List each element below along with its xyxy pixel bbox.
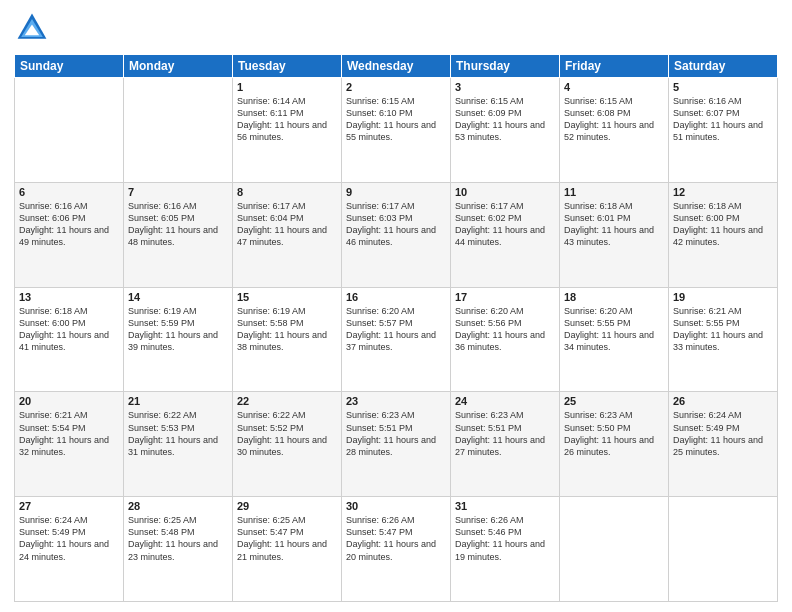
- day-number: 11: [564, 186, 664, 198]
- page: SundayMondayTuesdayWednesdayThursdayFrid…: [0, 0, 792, 612]
- day-info: Sunrise: 6:21 AM Sunset: 5:55 PM Dayligh…: [673, 305, 773, 354]
- day-number: 3: [455, 81, 555, 93]
- day-number: 9: [346, 186, 446, 198]
- calendar-week-0: 1Sunrise: 6:14 AM Sunset: 6:11 PM Daylig…: [15, 78, 778, 183]
- day-info: Sunrise: 6:19 AM Sunset: 5:58 PM Dayligh…: [237, 305, 337, 354]
- calendar-cell: [15, 78, 124, 183]
- calendar-cell: 4Sunrise: 6:15 AM Sunset: 6:08 PM Daylig…: [560, 78, 669, 183]
- day-number: 27: [19, 500, 119, 512]
- calendar-week-2: 13Sunrise: 6:18 AM Sunset: 6:00 PM Dayli…: [15, 287, 778, 392]
- day-info: Sunrise: 6:16 AM Sunset: 6:05 PM Dayligh…: [128, 200, 228, 249]
- day-info: Sunrise: 6:15 AM Sunset: 6:08 PM Dayligh…: [564, 95, 664, 144]
- day-info: Sunrise: 6:17 AM Sunset: 6:04 PM Dayligh…: [237, 200, 337, 249]
- day-number: 24: [455, 395, 555, 407]
- calendar-cell: 5Sunrise: 6:16 AM Sunset: 6:07 PM Daylig…: [669, 78, 778, 183]
- calendar-cell: 22Sunrise: 6:22 AM Sunset: 5:52 PM Dayli…: [233, 392, 342, 497]
- calendar-cell: [669, 497, 778, 602]
- calendar-cell: 1Sunrise: 6:14 AM Sunset: 6:11 PM Daylig…: [233, 78, 342, 183]
- calendar-cell: 10Sunrise: 6:17 AM Sunset: 6:02 PM Dayli…: [451, 182, 560, 287]
- day-info: Sunrise: 6:23 AM Sunset: 5:51 PM Dayligh…: [455, 409, 555, 458]
- logo: [14, 10, 54, 46]
- logo-icon: [14, 10, 50, 46]
- calendar-cell: 13Sunrise: 6:18 AM Sunset: 6:00 PM Dayli…: [15, 287, 124, 392]
- calendar-cell: 6Sunrise: 6:16 AM Sunset: 6:06 PM Daylig…: [15, 182, 124, 287]
- day-info: Sunrise: 6:23 AM Sunset: 5:50 PM Dayligh…: [564, 409, 664, 458]
- day-number: 17: [455, 291, 555, 303]
- day-info: Sunrise: 6:20 AM Sunset: 5:56 PM Dayligh…: [455, 305, 555, 354]
- day-info: Sunrise: 6:15 AM Sunset: 6:10 PM Dayligh…: [346, 95, 446, 144]
- calendar-cell: 8Sunrise: 6:17 AM Sunset: 6:04 PM Daylig…: [233, 182, 342, 287]
- calendar-cell: 24Sunrise: 6:23 AM Sunset: 5:51 PM Dayli…: [451, 392, 560, 497]
- calendar-cell: 12Sunrise: 6:18 AM Sunset: 6:00 PM Dayli…: [669, 182, 778, 287]
- day-info: Sunrise: 6:18 AM Sunset: 6:00 PM Dayligh…: [673, 200, 773, 249]
- day-info: Sunrise: 6:21 AM Sunset: 5:54 PM Dayligh…: [19, 409, 119, 458]
- day-number: 20: [19, 395, 119, 407]
- calendar-cell: 31Sunrise: 6:26 AM Sunset: 5:46 PM Dayli…: [451, 497, 560, 602]
- day-info: Sunrise: 6:25 AM Sunset: 5:47 PM Dayligh…: [237, 514, 337, 563]
- calendar-header-tuesday: Tuesday: [233, 55, 342, 78]
- day-info: Sunrise: 6:25 AM Sunset: 5:48 PM Dayligh…: [128, 514, 228, 563]
- day-number: 12: [673, 186, 773, 198]
- day-number: 28: [128, 500, 228, 512]
- day-number: 14: [128, 291, 228, 303]
- calendar-cell: 3Sunrise: 6:15 AM Sunset: 6:09 PM Daylig…: [451, 78, 560, 183]
- calendar-cell: 28Sunrise: 6:25 AM Sunset: 5:48 PM Dayli…: [124, 497, 233, 602]
- calendar-cell: 27Sunrise: 6:24 AM Sunset: 5:49 PM Dayli…: [15, 497, 124, 602]
- day-info: Sunrise: 6:22 AM Sunset: 5:53 PM Dayligh…: [128, 409, 228, 458]
- calendar-cell: [560, 497, 669, 602]
- day-number: 26: [673, 395, 773, 407]
- calendar-header-saturday: Saturday: [669, 55, 778, 78]
- calendar-header-wednesday: Wednesday: [342, 55, 451, 78]
- day-info: Sunrise: 6:17 AM Sunset: 6:02 PM Dayligh…: [455, 200, 555, 249]
- day-number: 6: [19, 186, 119, 198]
- calendar-cell: 17Sunrise: 6:20 AM Sunset: 5:56 PM Dayli…: [451, 287, 560, 392]
- day-info: Sunrise: 6:17 AM Sunset: 6:03 PM Dayligh…: [346, 200, 446, 249]
- day-number: 19: [673, 291, 773, 303]
- calendar-cell: 29Sunrise: 6:25 AM Sunset: 5:47 PM Dayli…: [233, 497, 342, 602]
- calendar-cell: 2Sunrise: 6:15 AM Sunset: 6:10 PM Daylig…: [342, 78, 451, 183]
- day-info: Sunrise: 6:19 AM Sunset: 5:59 PM Dayligh…: [128, 305, 228, 354]
- calendar-cell: 9Sunrise: 6:17 AM Sunset: 6:03 PM Daylig…: [342, 182, 451, 287]
- calendar-header-thursday: Thursday: [451, 55, 560, 78]
- calendar-header-sunday: Sunday: [15, 55, 124, 78]
- calendar-cell: 19Sunrise: 6:21 AM Sunset: 5:55 PM Dayli…: [669, 287, 778, 392]
- calendar-week-1: 6Sunrise: 6:16 AM Sunset: 6:06 PM Daylig…: [15, 182, 778, 287]
- day-info: Sunrise: 6:16 AM Sunset: 6:07 PM Dayligh…: [673, 95, 773, 144]
- calendar-cell: 18Sunrise: 6:20 AM Sunset: 5:55 PM Dayli…: [560, 287, 669, 392]
- calendar-week-3: 20Sunrise: 6:21 AM Sunset: 5:54 PM Dayli…: [15, 392, 778, 497]
- day-number: 10: [455, 186, 555, 198]
- day-info: Sunrise: 6:20 AM Sunset: 5:55 PM Dayligh…: [564, 305, 664, 354]
- calendar-cell: 16Sunrise: 6:20 AM Sunset: 5:57 PM Dayli…: [342, 287, 451, 392]
- calendar-cell: [124, 78, 233, 183]
- day-number: 15: [237, 291, 337, 303]
- day-info: Sunrise: 6:18 AM Sunset: 6:01 PM Dayligh…: [564, 200, 664, 249]
- day-number: 25: [564, 395, 664, 407]
- day-number: 23: [346, 395, 446, 407]
- day-info: Sunrise: 6:22 AM Sunset: 5:52 PM Dayligh…: [237, 409, 337, 458]
- day-info: Sunrise: 6:26 AM Sunset: 5:46 PM Dayligh…: [455, 514, 555, 563]
- day-number: 29: [237, 500, 337, 512]
- calendar-cell: 11Sunrise: 6:18 AM Sunset: 6:01 PM Dayli…: [560, 182, 669, 287]
- day-number: 16: [346, 291, 446, 303]
- day-number: 7: [128, 186, 228, 198]
- day-info: Sunrise: 6:14 AM Sunset: 6:11 PM Dayligh…: [237, 95, 337, 144]
- calendar-header-friday: Friday: [560, 55, 669, 78]
- calendar-cell: 21Sunrise: 6:22 AM Sunset: 5:53 PM Dayli…: [124, 392, 233, 497]
- day-number: 31: [455, 500, 555, 512]
- day-number: 2: [346, 81, 446, 93]
- day-number: 1: [237, 81, 337, 93]
- calendar-cell: 14Sunrise: 6:19 AM Sunset: 5:59 PM Dayli…: [124, 287, 233, 392]
- header: [14, 10, 778, 46]
- day-info: Sunrise: 6:24 AM Sunset: 5:49 PM Dayligh…: [673, 409, 773, 458]
- day-info: Sunrise: 6:26 AM Sunset: 5:47 PM Dayligh…: [346, 514, 446, 563]
- day-number: 18: [564, 291, 664, 303]
- day-number: 30: [346, 500, 446, 512]
- calendar-cell: 23Sunrise: 6:23 AM Sunset: 5:51 PM Dayli…: [342, 392, 451, 497]
- day-info: Sunrise: 6:23 AM Sunset: 5:51 PM Dayligh…: [346, 409, 446, 458]
- day-number: 22: [237, 395, 337, 407]
- day-info: Sunrise: 6:20 AM Sunset: 5:57 PM Dayligh…: [346, 305, 446, 354]
- day-info: Sunrise: 6:18 AM Sunset: 6:00 PM Dayligh…: [19, 305, 119, 354]
- day-number: 21: [128, 395, 228, 407]
- calendar-cell: 26Sunrise: 6:24 AM Sunset: 5:49 PM Dayli…: [669, 392, 778, 497]
- day-number: 13: [19, 291, 119, 303]
